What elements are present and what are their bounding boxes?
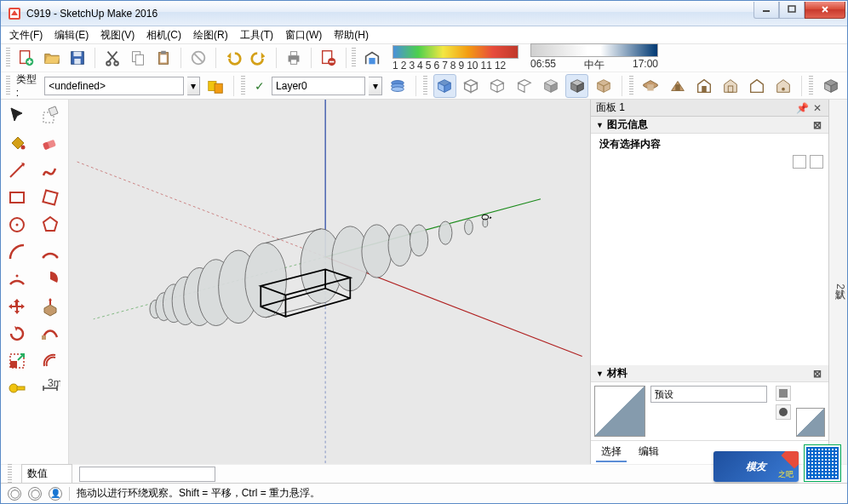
two-point-arc-tool[interactable]: [36, 239, 65, 265]
style-hidden-line-button[interactable]: [486, 74, 509, 98]
minimize-button[interactable]: [753, 2, 779, 19]
viewport[interactable]: [69, 100, 590, 464]
toolbar-handle[interactable]: [8, 464, 12, 484]
tray-close-icon[interactable]: ✕: [811, 102, 823, 114]
layer-select[interactable]: [272, 77, 365, 95]
toolbar-handle[interactable]: [629, 76, 633, 96]
menu-edit[interactable]: 编辑(E): [49, 26, 94, 44]
materials-tab-edit[interactable]: 编辑: [633, 443, 664, 462]
toolbar-handle[interactable]: [809, 76, 813, 96]
cut-button[interactable]: [100, 46, 124, 70]
view-back-button[interactable]: [745, 74, 768, 98]
maximize-button[interactable]: [779, 2, 805, 19]
redo-button[interactable]: [247, 46, 271, 70]
toolbar-handle[interactable]: [352, 48, 356, 68]
entity-info-header[interactable]: ▼ 图元信息 ⊠: [591, 117, 828, 134]
pin-icon[interactable]: 📌: [796, 102, 808, 114]
tray-titlebar[interactable]: 面板 1 📌 ✕: [591, 100, 828, 117]
polygon-tool[interactable]: [36, 212, 65, 238]
toolbar-handle[interactable]: [241, 76, 245, 96]
open-file-button[interactable]: [40, 46, 64, 70]
type-select[interactable]: [44, 77, 184, 95]
print-button[interactable]: [282, 46, 306, 70]
component-options-button[interactable]: [203, 74, 226, 98]
toolbar-handle[interactable]: [6, 76, 10, 96]
scale-tool[interactable]: [3, 348, 32, 374]
layer-manager-button[interactable]: [386, 74, 409, 98]
freehand-tool[interactable]: [36, 158, 65, 183]
view-top-button[interactable]: [666, 74, 689, 98]
rotate-tool[interactable]: [3, 321, 32, 346]
offset-tool[interactable]: [36, 348, 65, 374]
vcb-input[interactable]: [79, 467, 215, 482]
three-point-arc-tool[interactable]: [3, 266, 32, 292]
material-default-button[interactable]: [776, 404, 791, 420]
view-iso-button[interactable]: [639, 74, 662, 98]
material-create-button[interactable]: [776, 386, 791, 401]
follow-me-tool[interactable]: [36, 321, 65, 346]
menu-help[interactable]: 帮助(H): [329, 26, 374, 44]
credits-icon[interactable]: ◯: [28, 487, 42, 501]
rectangle-tool[interactable]: [3, 185, 32, 210]
move-tool[interactable]: [3, 294, 32, 319]
toolbar-handle[interactable]: [6, 48, 10, 68]
tape-measure-tool[interactable]: [3, 375, 32, 401]
materials-header[interactable]: ▼ 材料 ⊠: [591, 365, 828, 382]
section-close-icon[interactable]: ⊠: [811, 119, 823, 131]
material-name-input[interactable]: [650, 386, 767, 403]
arc-tool[interactable]: [3, 239, 32, 265]
section-close-icon[interactable]: ⊠: [811, 368, 823, 380]
erase-button[interactable]: [186, 46, 210, 70]
layer-combo: ✓ ▾: [251, 77, 382, 95]
tray-title: 面板 1: [596, 100, 625, 115]
undo-button[interactable]: [221, 46, 245, 70]
menu-draw[interactable]: 绘图(R): [188, 26, 233, 44]
menu-view[interactable]: 视图(V): [95, 26, 140, 44]
menu-file[interactable]: 文件(F): [4, 26, 48, 44]
toolbar-handle[interactable]: [423, 76, 427, 96]
model-info-button[interactable]: [317, 46, 341, 70]
save-file-button[interactable]: [66, 46, 89, 70]
materials-tab-select[interactable]: 选择: [596, 443, 627, 462]
entity-toggle-1[interactable]: [793, 155, 806, 169]
type-dropdown-arrow[interactable]: ▾: [187, 77, 200, 95]
circle-tool[interactable]: [3, 212, 32, 238]
menu-tools[interactable]: 工具(T): [235, 26, 278, 44]
style-wireframe-button[interactable]: [513, 74, 536, 98]
view-left-button[interactable]: [771, 74, 794, 98]
shadow-time-bar[interactable]: [530, 43, 658, 57]
close-button[interactable]: [805, 2, 845, 19]
warehouse-button[interactable]: [360, 46, 384, 70]
right-sidebar-tab[interactable]: 默认 2: [828, 100, 847, 464]
entity-toggle-2[interactable]: [810, 155, 823, 169]
claim-credit-icon[interactable]: 👤: [49, 487, 62, 501]
pie-tool[interactable]: [36, 266, 65, 292]
copy-button[interactable]: [126, 46, 150, 70]
style-back-edges-button[interactable]: [592, 74, 615, 98]
make-component-tool[interactable]: [36, 103, 65, 129]
style-xray-button[interactable]: [565, 74, 588, 98]
push-pull-tool[interactable]: [36, 294, 65, 319]
rotated-rectangle-tool[interactable]: [36, 185, 65, 210]
line-tool[interactable]: [3, 158, 32, 183]
paint-bucket-tool[interactable]: [3, 130, 32, 156]
new-file-button[interactable]: [14, 46, 38, 70]
dimension-tool[interactable]: 3m: [36, 375, 65, 401]
menu-window[interactable]: 窗口(W): [280, 26, 327, 44]
material-swatch[interactable]: [594, 386, 645, 437]
eraser-tool[interactable]: [36, 130, 65, 156]
select-tool[interactable]: [3, 103, 32, 129]
paste-button[interactable]: [152, 46, 175, 70]
geo-location-icon[interactable]: ◯: [8, 487, 21, 501]
style-shaded-button[interactable]: [460, 74, 483, 98]
view-right-button[interactable]: [719, 74, 742, 98]
spectrum-bar[interactable]: [392, 45, 519, 59]
layer-dropdown-arrow[interactable]: ▾: [369, 77, 382, 95]
entity-info-message: 没有选择内容: [591, 134, 828, 155]
style-shaded-textures-button[interactable]: [433, 74, 456, 98]
view-front-button[interactable]: [692, 74, 715, 98]
material-mini-swatch[interactable]: [796, 408, 825, 437]
menu-camera[interactable]: 相机(C): [141, 26, 186, 44]
style-monochrome-button[interactable]: [539, 74, 562, 98]
send-to-layout-button[interactable]: [819, 74, 842, 98]
